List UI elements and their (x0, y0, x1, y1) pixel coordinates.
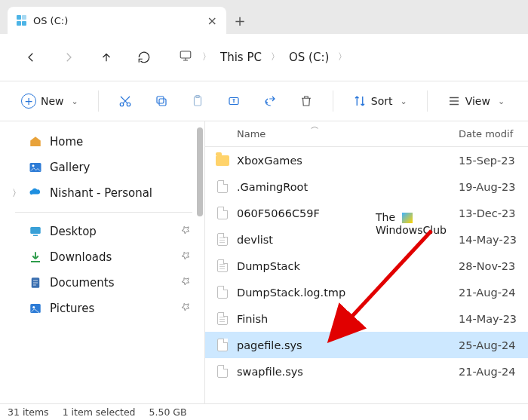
chevron-right-icon[interactable]: 〉 (12, 187, 21, 200)
pin-icon[interactable] (180, 250, 191, 264)
breadcrumb-drive[interactable]: OS (C:) (289, 51, 329, 64)
file-row[interactable]: XboxGames 15-Sep-23 (205, 147, 528, 173)
file-date: 21-Aug-24 (459, 287, 528, 299)
up-button[interactable] (97, 48, 116, 67)
downloads-icon (29, 250, 42, 264)
file-name: swapfile.sys (237, 366, 459, 378)
file-row[interactable]: DumpStack 28-Nov-23 (205, 253, 528, 279)
sidebar-item-pictures[interactable]: Pictures (8, 296, 200, 321)
file-date: 13-Dec-23 (459, 207, 528, 219)
file-icon (217, 259, 228, 272)
chevron-right-icon: 〉 (202, 51, 211, 63)
view-button[interactable]: View ⌄ (440, 90, 512, 112)
sidebar-item-onedrive[interactable]: 〉 Nishant - Personal (8, 180, 200, 206)
status-bar: 31 items 1 item selected 5.50 GB (0, 403, 528, 420)
watermark-line2: WindowsClub (376, 224, 447, 236)
svg-rect-4 (157, 97, 164, 103)
sidebar-item-documents[interactable]: Documents (8, 270, 200, 296)
nav-bar: 〉 This PC 〉 OS (C:) 〉 (0, 34, 528, 81)
svg-rect-11 (33, 235, 38, 237)
file-name: DumpStack.log.tmp (237, 287, 459, 299)
share-button[interactable] (256, 90, 284, 112)
separator (333, 90, 333, 112)
file-row[interactable]: devlist 14-May-23 (205, 226, 528, 253)
svg-point-1 (120, 103, 124, 106)
sidebar-item-desktop[interactable]: Desktop (8, 219, 200, 244)
file-pane: Name ︿ Date modif XboxGames 15-Sep-23 .G… (205, 121, 528, 403)
onedrive-icon (29, 186, 42, 200)
sort-button[interactable]: Sort ⌄ (345, 90, 415, 112)
copy-button[interactable] (147, 90, 176, 112)
toolbar: + New ⌄ Sort ⌄ View ⌄ (0, 81, 528, 121)
breadcrumb: 〉 This PC 〉 OS (C:) 〉 (178, 49, 347, 66)
delete-button[interactable] (292, 90, 321, 112)
list-icon (447, 94, 461, 108)
pin-icon[interactable] (180, 276, 191, 290)
documents-icon (29, 276, 42, 290)
chevron-right-icon: 〉 (271, 51, 280, 63)
file-name: .GamingRoot (237, 181, 459, 193)
file-date: 28-Nov-23 (459, 260, 528, 272)
file-date: 25-Aug-24 (459, 339, 528, 351)
svg-rect-3 (159, 99, 166, 106)
sidebar-item-label: Desktop (50, 225, 97, 238)
new-button[interactable]: + New ⌄ (14, 89, 86, 113)
pin-icon[interactable] (180, 225, 191, 238)
close-tab-icon[interactable]: × (207, 14, 217, 28)
status-item-count: 31 items (8, 406, 49, 418)
breadcrumb-this-pc[interactable]: This PC (220, 51, 262, 64)
file-date: 21-Aug-24 (459, 366, 528, 378)
sidebar-item-label: Downloads (50, 250, 112, 264)
sidebar-item-gallery[interactable]: Gallery (8, 155, 200, 180)
file-name: pagefile.sys (237, 339, 459, 351)
file-name: DumpStack (237, 260, 459, 272)
sidebar-item-downloads[interactable]: Downloads (8, 244, 200, 270)
main-area: Home Gallery 〉 Nishant - Personal Deskto… (0, 121, 528, 403)
home-icon (29, 135, 42, 149)
gallery-icon (29, 161, 42, 174)
new-tab-button[interactable]: + (226, 7, 253, 34)
file-icon (217, 286, 228, 299)
drive-icon (17, 15, 27, 26)
separator (15, 212, 192, 213)
file-row[interactable]: Finish 14-May-23 (205, 305, 528, 332)
file-row[interactable]: .GamingRoot 19-Aug-23 (205, 173, 528, 200)
back-button[interactable] (21, 48, 41, 67)
svg-rect-0 (180, 51, 191, 58)
file-name: Finish (237, 313, 459, 325)
watermark-square-icon (402, 213, 413, 223)
sort-indicator-icon: ︿ (311, 121, 319, 132)
chevron-down-icon: ⌄ (498, 97, 505, 106)
chevron-right-icon: 〉 (338, 51, 347, 63)
rename-button[interactable] (219, 90, 248, 112)
file-icon (217, 339, 228, 351)
sort-icon (353, 94, 367, 108)
separator (98, 90, 99, 112)
forward-button[interactable] (59, 48, 78, 67)
column-name-header[interactable]: Name (237, 128, 266, 139)
file-row[interactable]: 060F5066C59F 13-Dec-23 (205, 200, 528, 226)
tab-active[interactable]: OS (C:) × (8, 7, 226, 34)
sort-label: Sort (371, 95, 393, 107)
column-date-header[interactable]: Date modif (459, 128, 528, 139)
tab-title: OS (C:) (33, 15, 68, 26)
monitor-icon (178, 49, 193, 66)
pin-icon[interactable] (180, 302, 191, 315)
file-row[interactable]: DumpStack.log.tmp 21-Aug-24 (205, 279, 528, 305)
file-row[interactable]: pagefile.sys 25-Aug-24 (205, 332, 528, 358)
file-icon (217, 207, 228, 219)
refresh-button[interactable] (134, 48, 154, 67)
file-icon (217, 233, 228, 246)
sidebar-item-home[interactable]: Home (8, 129, 200, 155)
view-label: View (465, 95, 490, 107)
file-name: XboxGames (237, 155, 459, 167)
file-date: 14-May-23 (459, 313, 528, 325)
paste-button[interactable] (183, 90, 212, 112)
file-date: 15-Sep-23 (459, 155, 528, 167)
svg-rect-10 (30, 227, 41, 234)
cut-button[interactable] (111, 90, 140, 112)
pictures-icon (29, 302, 42, 315)
new-label: New (41, 95, 64, 107)
file-row[interactable]: swapfile.sys 21-Aug-24 (205, 358, 528, 385)
svg-point-2 (127, 103, 130, 106)
